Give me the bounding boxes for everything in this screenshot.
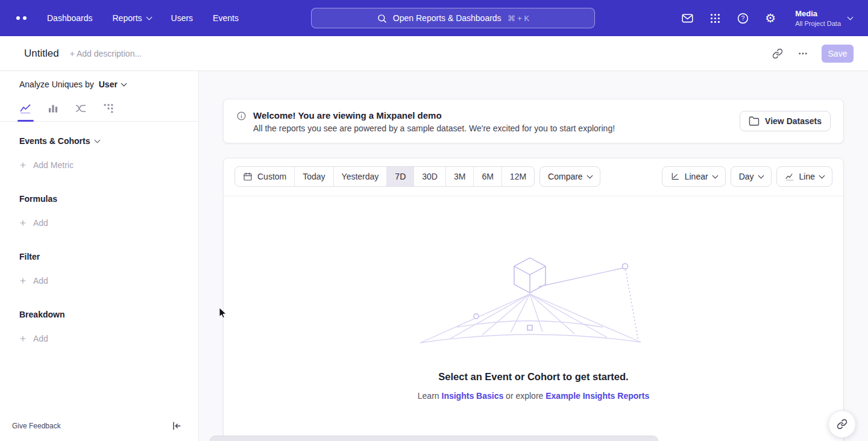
events-cohorts-section[interactable]: Events & Cohorts (19, 136, 179, 146)
date-range-segmented-control: Custom Today Yesterday 7D 30D 3M 6M 12M (234, 166, 535, 187)
copy-link-icon[interactable] (771, 47, 784, 60)
tab-retention-icon[interactable] (102, 102, 115, 114)
chart-type-dropdown[interactable]: Line (776, 166, 832, 187)
project-name: Media (795, 8, 841, 19)
plus-icon (19, 219, 27, 227)
analyze-by-dropdown[interactable]: User (99, 80, 126, 89)
example-insights-reports-link[interactable]: Example Insights Reports (546, 391, 649, 401)
breakdown-section: Breakdown (19, 310, 179, 319)
selected-tab-underline (17, 120, 34, 122)
search-icon (377, 13, 387, 23)
report-header: Untitled + Add description... Save (0, 36, 868, 71)
date-range-custom[interactable]: Custom (235, 167, 294, 186)
empty-state-title: Select an Event or Cohort to get started… (224, 371, 843, 383)
project-scope: All Project Data (795, 20, 841, 28)
collapse-sidebar-icon[interactable] (171, 420, 183, 432)
chevron-down-icon (95, 137, 101, 143)
give-feedback-link[interactable]: Give Feedback (12, 422, 61, 430)
banner-body: All the reports you see are powered by a… (253, 124, 615, 133)
formulas-section: Formulas (19, 194, 179, 204)
share-link-fab[interactable] (828, 410, 856, 438)
report-canvas: Welcome! You are viewing a Mixpanel demo… (199, 71, 868, 441)
settings-gear-icon[interactable]: ⚙ (764, 11, 777, 25)
date-range-today[interactable]: Today (294, 167, 333, 186)
plus-icon (19, 277, 27, 284)
project-switcher[interactable]: Media All Project Data (795, 8, 852, 27)
add-filter-button[interactable]: Add (19, 276, 179, 286)
query-builder-sidebar: Analyze Uniques by User Events & Cohorts… (0, 71, 199, 441)
date-range-7d[interactable]: 7D (386, 167, 414, 186)
chevron-down-icon (121, 81, 127, 87)
tab-flows-icon[interactable] (75, 102, 87, 114)
folder-icon (749, 116, 760, 127)
chevron-down-icon (587, 173, 593, 179)
nav-events[interactable]: Events (213, 13, 239, 23)
chart-display-controls: Linear Day Line (662, 166, 832, 187)
chevron-down-icon (819, 173, 825, 179)
tab-insights-icon[interactable] (19, 102, 31, 114)
banner-title: Welcome! You are viewing a Mixpanel demo (253, 109, 615, 122)
mixpanel-logo[interactable] (16, 16, 27, 20)
bottom-panel-handle[interactable] (210, 436, 658, 441)
link-icon (837, 419, 848, 430)
primary-nav: Dashboards Reports Users Events (47, 13, 239, 23)
chevron-down-icon (758, 173, 764, 179)
add-metric-button[interactable]: Add Metric (19, 160, 179, 170)
help-icon[interactable]: ? (736, 11, 749, 25)
apps-grid-icon[interactable] (708, 11, 722, 25)
welcome-banner: Welcome! You are viewing a Mixpanel demo… (223, 99, 844, 143)
calendar-icon (243, 172, 253, 181)
empty-state: Select an Event or Cohort to get started… (224, 196, 843, 401)
chart-toolbar: Custom Today Yesterday 7D 30D 3M 6M 12M … (224, 158, 843, 196)
compare-button[interactable]: Compare (539, 166, 600, 187)
visualization-tabs (0, 95, 198, 122)
plus-icon (19, 335, 27, 342)
more-options-icon[interactable] (796, 47, 810, 60)
add-breakdown-button[interactable]: Add (19, 334, 179, 343)
date-range-6m[interactable]: 6M (473, 167, 501, 186)
global-search[interactable]: Open Reports & Dashboards ⌘ + K (311, 8, 595, 28)
interval-dropdown[interactable]: Day (731, 166, 772, 187)
empty-state-illustration (419, 257, 648, 347)
report-header-actions: Save (771, 45, 854, 63)
save-button[interactable]: Save (822, 45, 854, 63)
axis-scale-icon (670, 172, 680, 181)
add-description-field[interactable]: + Add description... (70, 49, 142, 58)
nav-reports[interactable]: Reports (113, 13, 151, 23)
date-range-3m[interactable]: 3M (445, 167, 473, 186)
view-datasets-button[interactable]: View Datasets (740, 111, 831, 131)
analyze-label: Analyze Uniques by (19, 80, 94, 89)
scale-dropdown[interactable]: Linear (662, 166, 726, 187)
insights-basics-link[interactable]: Insights Basics (442, 391, 504, 401)
info-icon (236, 111, 247, 121)
chevron-down-icon (146, 14, 152, 20)
topnav-right-cluster: ? ⚙ Media All Project Data (681, 8, 852, 27)
search-shortcut: ⌘ + K (508, 14, 530, 23)
inbox-icon[interactable] (681, 11, 694, 25)
search-label: Open Reports & Dashboards (393, 13, 502, 23)
report-title[interactable]: Untitled (24, 48, 59, 60)
line-chart-icon (785, 172, 794, 181)
chevron-down-icon (712, 173, 718, 179)
svg-text:?: ? (741, 15, 744, 22)
date-range-30d[interactable]: 30D (414, 167, 445, 186)
top-navigation: Dashboards Reports Users Events Open Rep… (0, 0, 868, 36)
empty-state-subtitle: Learn Insights Basics or explore Example… (224, 391, 843, 401)
insights-chart-card: Custom Today Yesterday 7D 30D 3M 6M 12M … (223, 158, 844, 441)
date-range-12m[interactable]: 12M (502, 167, 534, 186)
analyze-uniques-row: Analyze Uniques by User (0, 71, 198, 89)
tab-bar-chart-icon[interactable] (47, 102, 59, 114)
add-formula-button[interactable]: Add (19, 218, 179, 228)
plus-icon (19, 161, 27, 169)
chevron-down-icon (848, 14, 854, 20)
nav-users[interactable]: Users (171, 13, 193, 23)
nav-dashboards[interactable]: Dashboards (47, 13, 93, 23)
date-range-yesterday[interactable]: Yesterday (333, 167, 387, 186)
sidebar-footer: Give Feedback (0, 416, 198, 441)
filter-section: Filter (19, 252, 179, 261)
